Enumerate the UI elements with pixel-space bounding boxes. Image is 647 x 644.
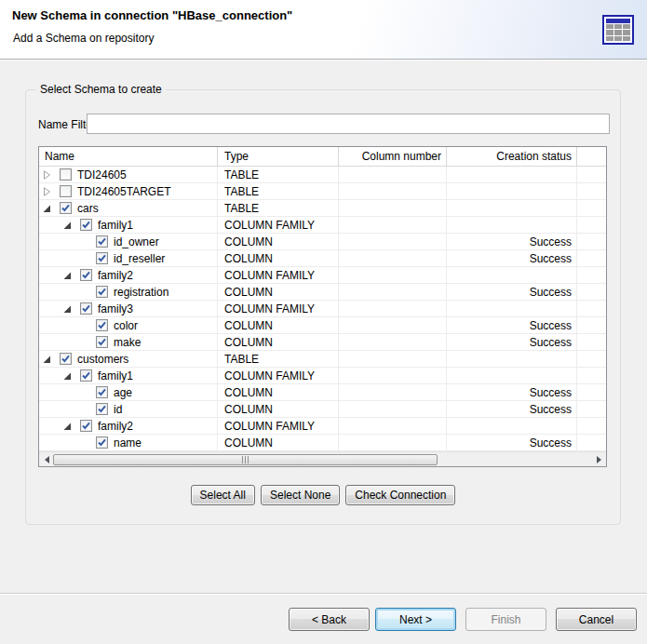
tree-expander-icon[interactable] xyxy=(61,301,80,317)
row-filler-cell xyxy=(577,267,606,284)
row-creation-status-cell: Success xyxy=(447,284,577,301)
row-checkbox[interactable] xyxy=(96,286,108,298)
row-checkbox[interactable] xyxy=(96,403,108,415)
table-row[interactable]: TDI24605TARGET TABLE xyxy=(39,183,606,200)
row-column-number-cell xyxy=(339,167,447,183)
back-button[interactable]: < Back xyxy=(289,608,370,631)
tree-expander-icon[interactable] xyxy=(77,435,96,451)
row-checkbox[interactable] xyxy=(60,168,72,181)
table-row[interactable]: TDI24605 TABLE xyxy=(39,167,606,183)
next-button[interactable]: Next > xyxy=(375,608,456,631)
table-row[interactable]: name COLUMN Success xyxy=(39,435,606,451)
horizontal-scrollbar[interactable] xyxy=(39,451,606,466)
table-row[interactable]: id COLUMN Success xyxy=(39,401,606,418)
row-checkbox[interactable] xyxy=(80,302,92,315)
scrollbar-thumb[interactable] xyxy=(53,454,438,465)
tree-expander-icon[interactable] xyxy=(61,368,80,384)
row-checkbox[interactable] xyxy=(96,386,108,398)
row-checkbox[interactable] xyxy=(80,420,92,432)
groupbox-legend: Select Schema to create xyxy=(36,83,166,96)
row-type-cell: COLUMN xyxy=(218,435,339,451)
row-type-cell: COLUMN FAMILY xyxy=(218,418,339,435)
row-name-label: TDI24605TARGET xyxy=(77,185,170,198)
row-checkbox[interactable] xyxy=(96,336,108,348)
finish-button[interactable]: Finish xyxy=(465,608,546,631)
row-checkbox[interactable] xyxy=(80,219,92,231)
tree-expander-icon[interactable] xyxy=(77,284,96,301)
table-row[interactable]: registration COLUMN Success xyxy=(39,284,606,301)
table-row[interactable]: make COLUMN Success xyxy=(39,334,606,351)
column-header-type[interactable]: Type xyxy=(218,147,339,166)
row-column-number-cell xyxy=(339,418,447,435)
row-checkbox[interactable] xyxy=(96,436,108,449)
tree-expander-icon[interactable] xyxy=(61,217,80,234)
table-row[interactable]: age COLUMN Success xyxy=(39,384,606,401)
row-checkbox[interactable] xyxy=(60,353,72,365)
row-checkbox[interactable] xyxy=(96,235,108,248)
table-row[interactable]: family1 COLUMN FAMILY xyxy=(39,217,606,234)
tree-expander-icon[interactable] xyxy=(61,418,80,435)
row-name-label: id xyxy=(114,403,122,416)
table-header: Name Type Column number Creation status xyxy=(39,147,606,167)
row-name-label: cars xyxy=(77,202,99,215)
cancel-button[interactable]: Cancel xyxy=(556,608,637,631)
select-all-button[interactable]: Select All xyxy=(191,485,255,505)
column-header-creation-status[interactable]: Creation status xyxy=(447,147,577,166)
row-filler-cell xyxy=(577,368,606,384)
column-header-column-number[interactable]: Column number xyxy=(339,147,447,166)
row-creation-status-cell: Success xyxy=(447,384,577,401)
tree-expander-icon[interactable] xyxy=(41,351,60,368)
row-filler-cell xyxy=(577,317,606,334)
row-filler-cell xyxy=(577,301,606,317)
row-name-label: name xyxy=(114,436,142,449)
row-type-cell: COLUMN xyxy=(218,334,339,351)
table-row[interactable]: family2 COLUMN FAMILY xyxy=(39,267,606,284)
table-row[interactable]: customers TABLE xyxy=(39,351,606,368)
row-checkbox[interactable] xyxy=(96,252,108,264)
row-checkbox[interactable] xyxy=(80,269,92,281)
row-column-number-cell xyxy=(339,334,447,351)
table-row[interactable]: cars TABLE xyxy=(39,200,606,217)
row-creation-status-cell: Success xyxy=(447,234,577,250)
tree-expander-icon[interactable] xyxy=(41,167,60,183)
tree-expander-icon[interactable] xyxy=(77,234,96,250)
row-checkbox[interactable] xyxy=(96,319,108,331)
check-connection-button[interactable]: Check Connection xyxy=(345,485,455,505)
row-type-cell: COLUMN xyxy=(218,401,339,418)
table-row[interactable]: id_reseller COLUMN Success xyxy=(39,250,606,267)
column-header-name[interactable]: Name xyxy=(39,147,218,166)
row-name-label: customers xyxy=(77,353,128,366)
row-type-cell: COLUMN xyxy=(218,384,339,401)
row-type-cell: COLUMN FAMILY xyxy=(218,267,339,284)
row-name-label: color xyxy=(114,319,138,332)
row-filler-cell xyxy=(577,334,606,351)
table-row[interactable]: family1 COLUMN FAMILY xyxy=(39,368,606,384)
name-filter-input[interactable] xyxy=(87,114,610,134)
table-grid-icon xyxy=(602,15,634,45)
scroll-left-arrow-icon[interactable] xyxy=(39,452,54,466)
table-row[interactable]: color COLUMN Success xyxy=(39,317,606,334)
row-creation-status-cell: Success xyxy=(447,435,577,451)
table-row[interactable]: family2 COLUMN FAMILY xyxy=(39,418,606,435)
row-checkbox[interactable] xyxy=(60,185,72,197)
row-column-number-cell xyxy=(339,217,447,234)
select-none-button[interactable]: Select None xyxy=(261,485,340,505)
scroll-right-arrow-icon[interactable] xyxy=(591,452,606,466)
tree-expander-icon[interactable] xyxy=(61,267,80,284)
tree-expander-icon[interactable] xyxy=(77,334,96,351)
page-title: New Schema in connection "HBase_connecti… xyxy=(12,8,292,22)
tree-expander-icon[interactable] xyxy=(41,200,60,217)
tree-expander-icon[interactable] xyxy=(41,183,60,200)
tree-expander-icon[interactable] xyxy=(77,401,96,418)
row-type-cell: COLUMN FAMILY xyxy=(218,301,339,317)
table-row[interactable]: family3 COLUMN FAMILY xyxy=(39,301,606,317)
row-creation-status-cell xyxy=(447,418,577,435)
tree-expander-icon[interactable] xyxy=(77,250,96,267)
row-filler-cell xyxy=(577,200,606,217)
table-row[interactable]: id_owner COLUMN Success xyxy=(39,234,606,250)
tree-expander-icon[interactable] xyxy=(77,317,96,334)
row-creation-status-cell xyxy=(447,351,577,368)
row-checkbox[interactable] xyxy=(60,202,72,214)
row-checkbox[interactable] xyxy=(80,369,92,382)
tree-expander-icon[interactable] xyxy=(77,384,96,401)
